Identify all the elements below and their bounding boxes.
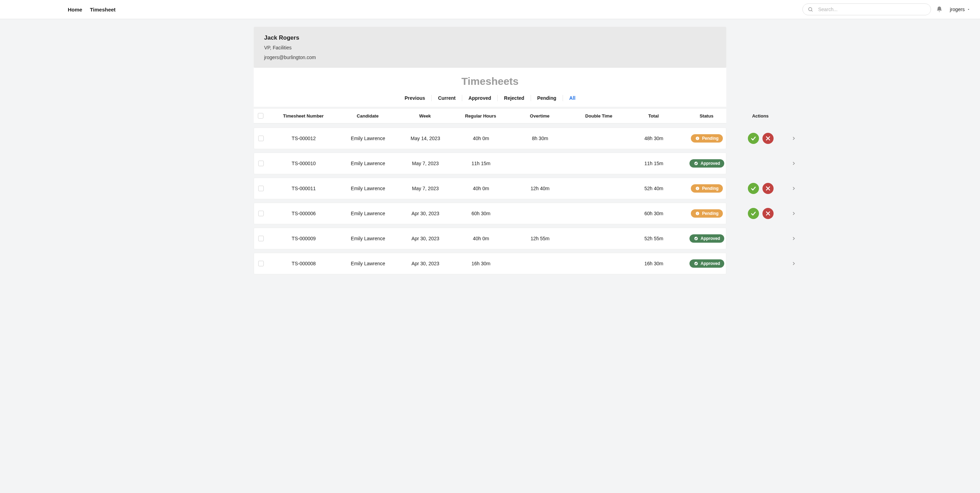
cell-actions [735,183,787,194]
expand-button[interactable] [787,161,801,166]
tab-current[interactable]: Current [432,95,462,101]
check-circle-icon [694,161,698,166]
cell-status: Pending [679,184,735,193]
reject-button[interactable] [762,208,773,219]
cell-week: May 14, 2023 [399,136,452,141]
col-overtime: Overtime [510,113,569,118]
reject-button[interactable] [762,183,773,194]
tab-rejected[interactable]: Rejected [498,95,531,101]
svg-rect-4 [697,137,698,138]
expand-button[interactable] [787,211,801,216]
row-checkbox[interactable] [258,261,264,266]
info-icon [695,186,700,191]
chevron-right-icon [791,136,797,141]
cell-number: TS-000008 [271,261,337,266]
tab-pending[interactable]: Pending [531,95,563,101]
cell-number: TS-000006 [271,211,337,216]
svg-rect-3 [697,138,698,139]
check-circle-icon [694,236,698,241]
table-rows: TS-000012Emily LawrenceMay 14, 202340h 0… [254,128,726,274]
table-row[interactable]: TS-000006Emily LawrenceApr 30, 202360h 3… [254,203,726,224]
col-actions: Actions [734,113,786,118]
cross-icon [765,211,771,216]
status-pill: Pending [691,134,722,142]
approve-button[interactable] [748,133,759,144]
nav-timesheet[interactable]: Timesheet [90,6,116,13]
table-row[interactable]: TS-000012Emily LawrenceMay 14, 202340h 0… [254,128,726,149]
tab-all[interactable]: All [563,95,582,101]
cell-candidate: Emily Lawrence [337,261,399,266]
check-circle-icon [694,261,698,266]
cell-regular: 40h 0m [452,236,511,241]
section-heading: Timesheets [254,75,726,87]
svg-point-19 [694,262,698,265]
tab-approved[interactable]: Approved [462,95,498,101]
status-label: Approved [701,236,720,241]
approve-button[interactable] [748,208,759,219]
expand-button[interactable] [787,236,801,241]
check-icon [750,135,757,142]
select-all-checkbox[interactable] [258,113,263,118]
chevron-right-icon [791,236,797,241]
tab-previous[interactable]: Previous [398,95,432,101]
search-box[interactable] [802,3,931,15]
row-checkbox[interactable] [258,236,264,241]
table-row[interactable]: TS-000011Emily LawrenceMay 7, 202340h 0m… [254,178,726,199]
reject-button[interactable] [762,133,773,144]
col-double: Double Time [569,113,628,118]
cell-status: Approved [679,235,735,243]
cell-week: Apr 30, 2023 [399,236,452,241]
expand-button[interactable] [787,136,801,141]
table-row[interactable]: TS-000008Emily LawrenceApr 30, 202316h 3… [254,253,726,274]
cell-candidate: Emily Lawrence [337,236,399,241]
cell-status: Pending [679,209,735,218]
profile-name: Jack Rogers [264,34,716,41]
status-pill: Approved [689,235,724,243]
cell-week: May 7, 2023 [399,161,452,166]
status-label: Pending [702,136,718,141]
row-checkbox[interactable] [258,211,264,216]
cell-actions [735,133,787,144]
cell-number: TS-000010 [271,161,337,166]
nav-links: Home Timesheet [68,6,116,13]
notifications-button[interactable] [936,6,943,13]
cell-total: 16h 30m [628,261,679,266]
cell-regular: 11h 15m [452,161,511,166]
profile-email: jrogers@burlington.com [264,54,716,60]
cell-number: TS-000009 [271,236,337,241]
cell-regular: 60h 30m [452,211,511,216]
col-week: Week [399,113,451,118]
user-label: jrogers [950,6,965,12]
table-row[interactable]: TS-000009Emily LawrenceApr 30, 202340h 0… [254,228,726,249]
row-checkbox[interactable] [258,136,264,141]
expand-button[interactable] [787,186,801,191]
cell-overtime: 12h 40m [511,186,570,191]
svg-point-18 [694,237,698,240]
cell-overtime: 12h 55m [511,236,570,241]
user-menu[interactable]: jrogers [950,6,970,12]
svg-rect-14 [697,213,698,214]
cell-week: Apr 30, 2023 [399,211,452,216]
row-checkbox[interactable] [258,161,264,166]
cell-candidate: Emily Lawrence [337,136,399,141]
cell-total: 52h 40m [628,186,679,191]
check-icon [750,185,757,191]
search-input[interactable] [813,6,926,12]
nav-home[interactable]: Home [68,6,82,13]
cell-candidate: Emily Lawrence [337,161,399,166]
search-icon [808,6,813,12]
cell-week: Apr 30, 2023 [399,261,452,266]
col-regular: Regular Hours [451,113,510,118]
expand-button[interactable] [787,261,801,266]
row-checkbox[interactable] [258,186,264,191]
table-row[interactable]: TS-000010Emily LawrenceMay 7, 202311h 15… [254,153,726,174]
svg-rect-10 [697,187,698,188]
cell-overtime: 8h 30m [511,136,570,141]
approve-button[interactable] [748,183,759,194]
chevron-right-icon [791,161,797,166]
chevron-right-icon [791,261,797,266]
filter-tabs: Previous Current Approved Rejected Pendi… [254,95,726,107]
status-label: Approved [701,161,720,166]
svg-point-0 [809,8,812,11]
cell-status: Approved [679,159,735,168]
